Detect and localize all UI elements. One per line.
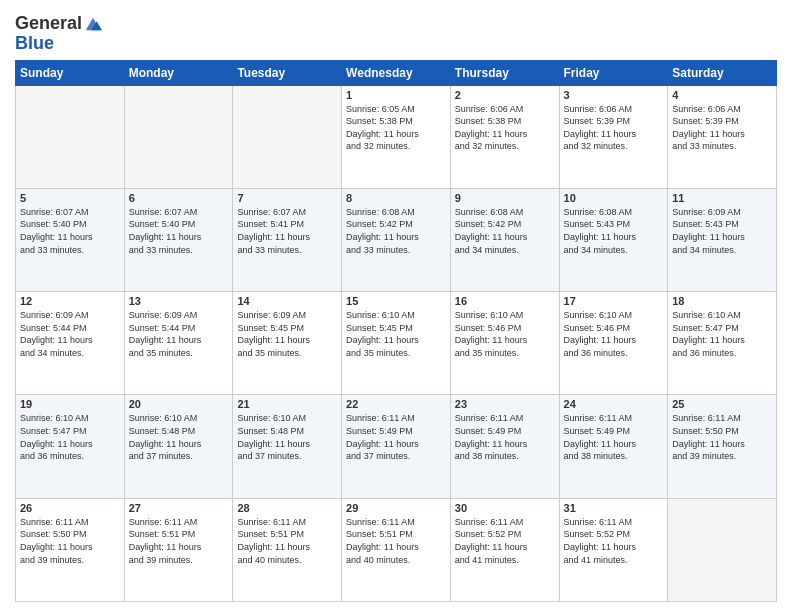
calendar-cell: 5Sunrise: 6:07 AM Sunset: 5:40 PM Daylig… (16, 188, 125, 291)
calendar-cell: 28Sunrise: 6:11 AM Sunset: 5:51 PM Dayli… (233, 498, 342, 601)
day-number: 8 (346, 192, 446, 204)
dow-header-tuesday: Tuesday (233, 60, 342, 85)
calendar-cell: 20Sunrise: 6:10 AM Sunset: 5:48 PM Dayli… (124, 395, 233, 498)
day-number: 20 (129, 398, 229, 410)
day-number: 5 (20, 192, 120, 204)
calendar-cell: 4Sunrise: 6:06 AM Sunset: 5:39 PM Daylig… (668, 85, 777, 188)
day-number: 17 (564, 295, 664, 307)
day-number: 2 (455, 89, 555, 101)
day-info: Sunrise: 6:09 AM Sunset: 5:44 PM Dayligh… (129, 309, 229, 359)
calendar-cell: 13Sunrise: 6:09 AM Sunset: 5:44 PM Dayli… (124, 292, 233, 395)
day-number: 15 (346, 295, 446, 307)
day-info: Sunrise: 6:10 AM Sunset: 5:47 PM Dayligh… (672, 309, 772, 359)
logo-blue: Blue (15, 34, 54, 54)
day-number: 16 (455, 295, 555, 307)
day-info: Sunrise: 6:10 AM Sunset: 5:46 PM Dayligh… (564, 309, 664, 359)
day-info: Sunrise: 6:11 AM Sunset: 5:51 PM Dayligh… (129, 516, 229, 566)
day-info: Sunrise: 6:09 AM Sunset: 5:44 PM Dayligh… (20, 309, 120, 359)
calendar-cell: 21Sunrise: 6:10 AM Sunset: 5:48 PM Dayli… (233, 395, 342, 498)
day-number: 28 (237, 502, 337, 514)
day-info: Sunrise: 6:11 AM Sunset: 5:51 PM Dayligh… (237, 516, 337, 566)
dow-header-wednesday: Wednesday (342, 60, 451, 85)
calendar-cell: 7Sunrise: 6:07 AM Sunset: 5:41 PM Daylig… (233, 188, 342, 291)
calendar-cell (668, 498, 777, 601)
day-info: Sunrise: 6:11 AM Sunset: 5:50 PM Dayligh… (20, 516, 120, 566)
calendar-cell: 9Sunrise: 6:08 AM Sunset: 5:42 PM Daylig… (450, 188, 559, 291)
day-info: Sunrise: 6:09 AM Sunset: 5:43 PM Dayligh… (672, 206, 772, 256)
day-info: Sunrise: 6:11 AM Sunset: 5:52 PM Dayligh… (564, 516, 664, 566)
calendar-cell (16, 85, 125, 188)
day-number: 31 (564, 502, 664, 514)
calendar-cell: 2Sunrise: 6:06 AM Sunset: 5:38 PM Daylig… (450, 85, 559, 188)
day-info: Sunrise: 6:07 AM Sunset: 5:40 PM Dayligh… (129, 206, 229, 256)
dow-header-saturday: Saturday (668, 60, 777, 85)
day-info: Sunrise: 6:11 AM Sunset: 5:49 PM Dayligh… (346, 412, 446, 462)
calendar-cell: 26Sunrise: 6:11 AM Sunset: 5:50 PM Dayli… (16, 498, 125, 601)
calendar-cell: 19Sunrise: 6:10 AM Sunset: 5:47 PM Dayli… (16, 395, 125, 498)
day-number: 13 (129, 295, 229, 307)
day-number: 11 (672, 192, 772, 204)
day-number: 7 (237, 192, 337, 204)
calendar-cell: 27Sunrise: 6:11 AM Sunset: 5:51 PM Dayli… (124, 498, 233, 601)
day-number: 23 (455, 398, 555, 410)
day-number: 4 (672, 89, 772, 101)
calendar-cell: 23Sunrise: 6:11 AM Sunset: 5:49 PM Dayli… (450, 395, 559, 498)
calendar-cell: 6Sunrise: 6:07 AM Sunset: 5:40 PM Daylig… (124, 188, 233, 291)
calendar-cell: 29Sunrise: 6:11 AM Sunset: 5:51 PM Dayli… (342, 498, 451, 601)
day-number: 18 (672, 295, 772, 307)
day-info: Sunrise: 6:05 AM Sunset: 5:38 PM Dayligh… (346, 103, 446, 153)
day-info: Sunrise: 6:08 AM Sunset: 5:43 PM Dayligh… (564, 206, 664, 256)
day-info: Sunrise: 6:11 AM Sunset: 5:49 PM Dayligh… (455, 412, 555, 462)
day-number: 19 (20, 398, 120, 410)
calendar-cell (124, 85, 233, 188)
day-info: Sunrise: 6:10 AM Sunset: 5:46 PM Dayligh… (455, 309, 555, 359)
day-info: Sunrise: 6:07 AM Sunset: 5:41 PM Dayligh… (237, 206, 337, 256)
day-info: Sunrise: 6:10 AM Sunset: 5:45 PM Dayligh… (346, 309, 446, 359)
day-number: 3 (564, 89, 664, 101)
calendar-cell: 8Sunrise: 6:08 AM Sunset: 5:42 PM Daylig… (342, 188, 451, 291)
day-number: 6 (129, 192, 229, 204)
day-info: Sunrise: 6:10 AM Sunset: 5:48 PM Dayligh… (129, 412, 229, 462)
calendar-cell: 3Sunrise: 6:06 AM Sunset: 5:39 PM Daylig… (559, 85, 668, 188)
dow-header-sunday: Sunday (16, 60, 125, 85)
day-info: Sunrise: 6:10 AM Sunset: 5:47 PM Dayligh… (20, 412, 120, 462)
calendar-cell: 30Sunrise: 6:11 AM Sunset: 5:52 PM Dayli… (450, 498, 559, 601)
day-number: 21 (237, 398, 337, 410)
calendar-cell: 18Sunrise: 6:10 AM Sunset: 5:47 PM Dayli… (668, 292, 777, 395)
dow-header-friday: Friday (559, 60, 668, 85)
calendar-cell: 11Sunrise: 6:09 AM Sunset: 5:43 PM Dayli… (668, 188, 777, 291)
day-info: Sunrise: 6:06 AM Sunset: 5:39 PM Dayligh… (672, 103, 772, 153)
dow-header-thursday: Thursday (450, 60, 559, 85)
calendar-cell: 25Sunrise: 6:11 AM Sunset: 5:50 PM Dayli… (668, 395, 777, 498)
calendar-cell: 22Sunrise: 6:11 AM Sunset: 5:49 PM Dayli… (342, 395, 451, 498)
day-number: 25 (672, 398, 772, 410)
logo: General Blue (15, 14, 102, 54)
day-info: Sunrise: 6:11 AM Sunset: 5:51 PM Dayligh… (346, 516, 446, 566)
header: General Blue (15, 10, 777, 54)
page: General Blue SundayMondayTuesdayWednesda… (0, 0, 792, 612)
day-number: 30 (455, 502, 555, 514)
day-number: 29 (346, 502, 446, 514)
day-info: Sunrise: 6:11 AM Sunset: 5:50 PM Dayligh… (672, 412, 772, 462)
calendar-cell: 15Sunrise: 6:10 AM Sunset: 5:45 PM Dayli… (342, 292, 451, 395)
logo-icon (84, 15, 102, 33)
day-info: Sunrise: 6:06 AM Sunset: 5:38 PM Dayligh… (455, 103, 555, 153)
day-info: Sunrise: 6:10 AM Sunset: 5:48 PM Dayligh… (237, 412, 337, 462)
day-number: 10 (564, 192, 664, 204)
day-info: Sunrise: 6:07 AM Sunset: 5:40 PM Dayligh… (20, 206, 120, 256)
day-number: 26 (20, 502, 120, 514)
logo-general: General (15, 14, 82, 34)
calendar-table: SundayMondayTuesdayWednesdayThursdayFrid… (15, 60, 777, 602)
day-number: 12 (20, 295, 120, 307)
day-number: 9 (455, 192, 555, 204)
day-number: 14 (237, 295, 337, 307)
day-number: 27 (129, 502, 229, 514)
day-number: 1 (346, 89, 446, 101)
calendar-cell (233, 85, 342, 188)
calendar-cell: 16Sunrise: 6:10 AM Sunset: 5:46 PM Dayli… (450, 292, 559, 395)
day-number: 22 (346, 398, 446, 410)
calendar-cell: 10Sunrise: 6:08 AM Sunset: 5:43 PM Dayli… (559, 188, 668, 291)
day-info: Sunrise: 6:11 AM Sunset: 5:52 PM Dayligh… (455, 516, 555, 566)
day-info: Sunrise: 6:06 AM Sunset: 5:39 PM Dayligh… (564, 103, 664, 153)
calendar-cell: 31Sunrise: 6:11 AM Sunset: 5:52 PM Dayli… (559, 498, 668, 601)
